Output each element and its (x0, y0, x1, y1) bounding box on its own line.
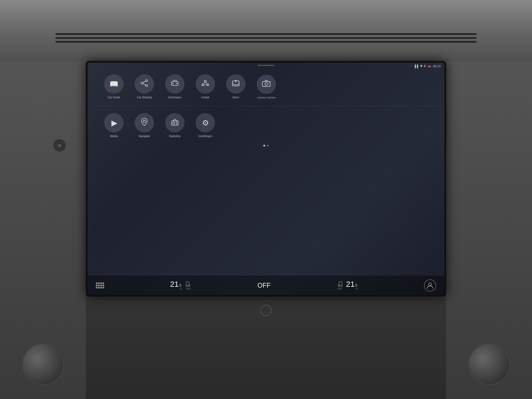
left-temp-display[interactable]: 21 5 °C (170, 280, 182, 290)
pagination-dot-2[interactable] (267, 145, 269, 147)
svg-point-16 (208, 84, 208, 85)
app-navigatie[interactable]: Navigatie (132, 113, 157, 138)
signal-icon: ▌▌ (415, 65, 419, 68)
app-circle-autostatus (165, 74, 185, 94)
app-instellingen[interactable]: ⚙ Instellingen (193, 113, 218, 138)
app-journey-camera[interactable]: Journey Camera (254, 75, 279, 99)
left-temp-value: 21 (170, 280, 179, 289)
vent-line (55, 33, 477, 35)
app-circle-radioline (165, 113, 185, 132)
app-car-sharing[interactable]: Car Sharing (132, 74, 157, 99)
app-circle-car-sharing (135, 74, 154, 94)
carlab-icon (201, 79, 209, 89)
inbox-icon (232, 79, 240, 89)
right-knob[interactable] (468, 344, 510, 385)
app-label-autostatus: Autostatus (168, 96, 181, 99)
right-temp-display[interactable]: 21 5 °C (346, 280, 358, 290)
bottom-app-row: ▶ Media Navi (93, 106, 439, 143)
svg-point-20 (265, 83, 268, 85)
right-temp-superscript: 5 (355, 283, 358, 288)
right-seat-label: OFF (337, 288, 342, 290)
control-icon: ⊙ (58, 143, 61, 148)
svg-point-1 (146, 85, 148, 87)
app-label-journey-camera: Journey Camera (257, 96, 276, 99)
journey-camera-icon (262, 79, 271, 89)
svg-point-7 (176, 83, 177, 84)
navigatie-icon (141, 118, 148, 128)
right-temp-unit: 5 °C (355, 283, 358, 290)
menu-grid-icon[interactable] (96, 282, 104, 288)
status-bar: ▌▌ ✱ ⬇ 🚗 09:23 (411, 63, 444, 70)
app-label-car-sharing: Car Sharing (137, 96, 152, 99)
app-inbox[interactable]: Inbox (223, 74, 248, 99)
svg-line-4 (143, 84, 145, 85)
infotainment-screen: ▌▌ ✱ ⬇ 🚗 09:23 📖 Car Guide (88, 63, 444, 295)
download-icon: ⬇ (424, 64, 426, 68)
svg-point-15 (203, 84, 203, 85)
svg-point-14 (205, 81, 206, 82)
left-seat-icon[interactable]: OFF (185, 280, 191, 290)
left-knob[interactable] (22, 344, 64, 385)
app-autostatus[interactable]: Autostatus (162, 74, 187, 99)
app-label-radioline: Radioline (169, 135, 181, 138)
main-content: 📖 Car Guide (88, 66, 444, 275)
svg-point-0 (146, 80, 148, 82)
autostatus-icon (171, 80, 179, 89)
car-dashboard: ⊙ ▌▌ ✱ ⬇ 🚗 09:23 (0, 0, 532, 399)
control-button-left[interactable]: ⊙ (53, 139, 66, 152)
bottom-physical (86, 296, 446, 399)
app-label-navigatie: Navigatie (139, 135, 150, 138)
vent-line (55, 41, 477, 43)
app-media[interactable]: ▶ Media (101, 113, 126, 138)
app-label-inbox: Inbox (232, 96, 239, 99)
app-circle-inbox (226, 74, 245, 94)
left-temp-unit: 5 °C (179, 283, 182, 290)
pagination-dot-1[interactable] (263, 145, 265, 147)
right-temp-value: 21 (346, 280, 355, 289)
bluetooth-icon: ✱ (420, 64, 423, 68)
radioline-icon (171, 118, 179, 128)
off-label: OFF (257, 282, 271, 289)
top-app-row: 📖 Car Guide (93, 69, 439, 106)
left-temp-superscript: 5 (179, 283, 182, 288)
profile-icon[interactable] (424, 279, 436, 291)
car-connected-icon: 🚗 (427, 64, 431, 68)
right-seat-icon[interactable]: OFF (337, 280, 343, 290)
svg-line-13 (206, 82, 207, 84)
left-climate: 21 5 °C OFF (170, 280, 191, 290)
svg-rect-31 (339, 282, 342, 285)
app-carlab[interactable]: Carlab (193, 74, 218, 99)
app-radioline[interactable]: Radioline (162, 113, 187, 138)
car-sharing-icon (140, 79, 148, 89)
instellingen-icon: ⚙ (202, 118, 209, 127)
app-car-guide[interactable]: 📖 Car Guide (101, 74, 126, 99)
media-icon: ▶ (110, 118, 117, 127)
app-circle-carlab (196, 74, 215, 94)
svg-line-3 (143, 81, 145, 83)
svg-point-2 (141, 82, 143, 84)
car-guide-icon: 📖 (109, 80, 118, 88)
svg-point-24 (173, 122, 175, 124)
app-circle-navigatie (135, 113, 154, 132)
svg-rect-28 (186, 282, 189, 285)
left-temp-degree: °C (179, 288, 182, 291)
app-circle-journey-camera (257, 75, 276, 94)
bottom-status-bar: 21 5 °C OFF (88, 275, 444, 295)
clock: 09:23 (433, 65, 441, 68)
left-seat-label: OFF (186, 288, 191, 290)
app-label-carlab: Carlab (201, 96, 209, 99)
app-label-car-guide: Car Guide (108, 96, 120, 99)
svg-rect-32 (338, 285, 342, 287)
home-button[interactable] (260, 305, 272, 316)
vent-line (55, 37, 477, 39)
app-label-media: Media (110, 135, 117, 138)
svg-point-21 (269, 82, 270, 83)
app-circle-media: ▶ (104, 113, 124, 132)
svg-line-12 (204, 82, 204, 84)
pagination (93, 143, 439, 148)
svg-point-34 (429, 283, 431, 286)
svg-point-6 (172, 83, 173, 84)
app-circle-car-guide: 📖 (104, 74, 124, 94)
app-label-instellingen: Instellingen (198, 135, 213, 138)
status-icons: ▌▌ ✱ ⬇ 🚗 (415, 64, 431, 68)
